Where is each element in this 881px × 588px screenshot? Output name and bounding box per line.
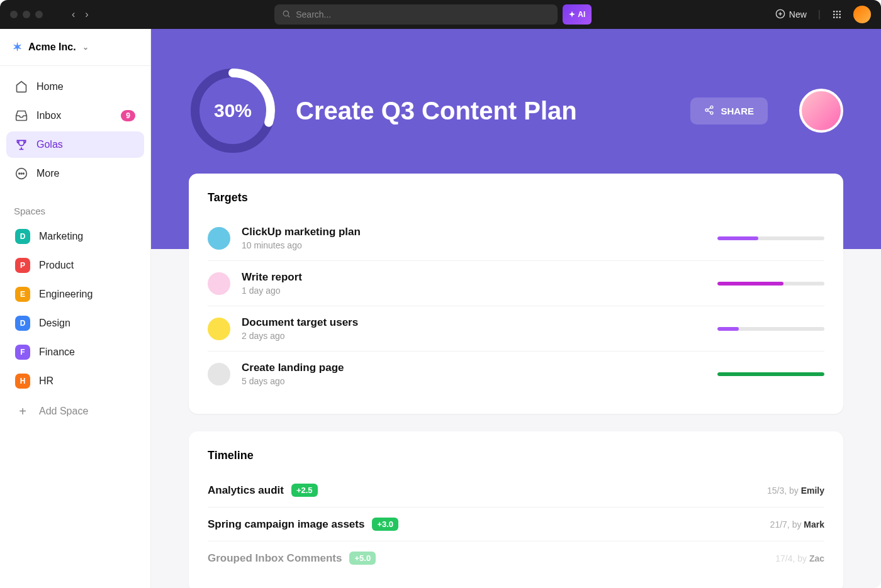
window-controls (10, 11, 43, 18)
space-label: Finance (39, 347, 75, 358)
search-input[interactable]: Search... (274, 4, 558, 25)
home-icon (15, 80, 28, 93)
space-badge: E (15, 287, 30, 302)
share-icon (704, 105, 714, 117)
assignee-avatar (208, 272, 230, 295)
space-label: Engineering (39, 289, 93, 300)
target-title: Write report (242, 271, 706, 284)
owner-avatar[interactable] (799, 89, 843, 133)
svg-point-0 (284, 11, 289, 16)
inbox-badge: 9 (121, 110, 135, 121)
nav-item-inbox[interactable]: Inbox9 (6, 103, 144, 129)
svg-point-20 (710, 106, 713, 108)
target-row[interactable]: ClickUp marketing plan10 minutes ago (208, 216, 824, 261)
sparkle-icon: ✦ (569, 10, 575, 19)
svg-line-1 (288, 15, 290, 17)
search-placeholder: Search... (296, 9, 331, 19)
assignee-avatar (208, 227, 230, 250)
targets-heading: Targets (208, 191, 824, 204)
nav-item-golas[interactable]: Golas (6, 131, 144, 158)
svg-line-23 (708, 111, 711, 113)
progress-bar (717, 236, 824, 240)
space-label: HR (39, 375, 53, 387)
svg-point-7 (839, 11, 841, 13)
targets-card: Targets ClickUp marketing plan10 minutes… (189, 174, 843, 414)
svg-point-13 (839, 16, 841, 18)
svg-point-8 (833, 14, 835, 16)
timeline-card: Timeline Analytics audit +2.5 15/3, by E… (189, 431, 843, 588)
space-item-design[interactable]: DDesign (4, 309, 147, 337)
workspace-switcher[interactable]: ✶ Acme Inc. ⌄ (0, 29, 150, 66)
target-row[interactable]: Write report1 day ago (208, 261, 824, 306)
more-icon (15, 167, 28, 180)
nav-label: Inbox (36, 110, 61, 121)
timeline-title: Analytics audit (208, 484, 284, 497)
user-avatar[interactable] (853, 6, 871, 23)
sidebar: ✶ Acme Inc. ⌄ HomeInbox9GolasMore Spaces… (0, 29, 151, 588)
timeline-title: Grouped Inbox Comments (208, 552, 342, 565)
nav-item-more[interactable]: More (6, 160, 144, 187)
progress-bar (717, 372, 824, 376)
space-badge: F (15, 345, 30, 360)
progress-ring: 30% (189, 67, 277, 155)
space-badge: P (15, 258, 30, 273)
ai-button[interactable]: ✦ AI (563, 4, 592, 25)
assignee-avatar (208, 318, 230, 340)
space-label: Product (39, 260, 74, 271)
timeline-row[interactable]: Analytics audit +2.5 15/3, by Emily (208, 474, 824, 508)
new-button[interactable]: New (775, 9, 807, 21)
progress-bar (717, 327, 824, 331)
svg-point-16 (21, 173, 22, 174)
apps-grid-icon[interactable] (832, 9, 842, 19)
progress-bar (717, 282, 824, 286)
forward-button[interactable]: › (82, 6, 91, 23)
svg-point-11 (833, 16, 835, 18)
progress-percent: 30% (189, 67, 277, 155)
svg-line-24 (708, 108, 711, 109)
timeline-row[interactable]: Spring campaign image assets +3.0 21/7, … (208, 508, 824, 541)
target-timestamp: 10 minutes ago (242, 240, 706, 250)
timeline-meta: 17/4, by Zac (775, 553, 824, 563)
nav-label: More (36, 168, 59, 179)
main-content: 30% Create Q3 Content Plan SHARE Targets… (151, 29, 881, 588)
svg-point-12 (836, 16, 838, 18)
svg-point-10 (839, 14, 841, 16)
max-dot[interactable] (35, 11, 43, 18)
share-button[interactable]: SHARE (690, 97, 768, 125)
svg-point-17 (23, 173, 25, 174)
timeline-meta: 21/7, by Mark (770, 519, 824, 530)
target-title: ClickUp marketing plan (242, 226, 706, 238)
svg-point-9 (836, 14, 838, 16)
svg-point-5 (833, 11, 835, 13)
spaces-heading: Spaces (0, 197, 150, 221)
target-row[interactable]: Create landing page5 days ago (208, 352, 824, 396)
target-timestamp: 2 days ago (242, 331, 706, 341)
space-item-hr[interactable]: HHR (4, 367, 147, 395)
timeline-heading: Timeline (208, 449, 824, 462)
target-timestamp: 1 day ago (242, 286, 706, 296)
back-button[interactable]: ‹ (69, 6, 77, 23)
timeline-title: Spring campaign image assets (208, 518, 364, 531)
space-badge: D (15, 316, 30, 331)
plus-icon: + (15, 404, 30, 419)
space-item-engineering[interactable]: EEngineering (4, 280, 147, 308)
svg-point-6 (836, 11, 838, 13)
space-item-finance[interactable]: FFinance (4, 338, 147, 366)
svg-point-15 (19, 173, 20, 174)
nav-item-home[interactable]: Home (6, 74, 144, 100)
chevron-down-icon: ⌄ (82, 43, 89, 52)
space-label: Marketing (39, 231, 83, 242)
close-dot[interactable] (10, 11, 18, 18)
target-timestamp: 5 days ago (242, 376, 706, 386)
target-title: Create landing page (242, 362, 706, 374)
min-dot[interactable] (23, 11, 30, 18)
add-space-button[interactable]: + Add Space (4, 397, 147, 425)
inbox-icon (15, 109, 28, 122)
target-row[interactable]: Document target users2 days ago (208, 306, 824, 352)
timeline-row[interactable]: Grouped Inbox Comments +5.0 17/4, by Zac (208, 541, 824, 575)
space-label: Design (39, 318, 70, 329)
space-item-product[interactable]: PProduct (4, 252, 147, 279)
score-badge: +2.5 (291, 484, 318, 497)
page-title: Create Q3 Content Plan (296, 97, 671, 125)
space-item-marketing[interactable]: DMarketing (4, 223, 147, 250)
